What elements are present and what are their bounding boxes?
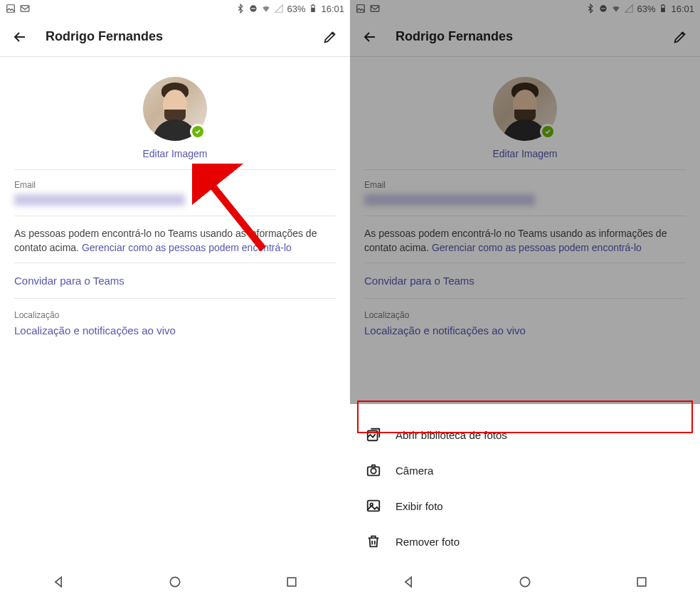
svg-rect-1 [21,6,29,11]
nav-back-icon[interactable] [401,575,415,589]
bluetooth-icon [235,4,245,14]
phone-left: 63% 16:01 Rodrigo Fernandes Editar Image… [0,0,350,599]
image-icon [366,498,381,514]
picture-icon [6,4,16,14]
svg-rect-22 [637,578,646,586]
photo-actions-sheet: Abrir biblioteca de fotos Câmera Exibir … [350,404,700,565]
page-title: Rodrigo Fernandes [46,29,322,44]
invite-teams-link[interactable]: Convidar para o Teams [14,263,336,299]
svg-rect-8 [287,578,296,586]
edit-button[interactable] [322,28,339,46]
avatar-section: Editar Imagem [14,57,336,170]
android-nav-bar [350,565,700,599]
phone-right: 63% 16:01 Rodrigo Fernandes Editar Image… [350,0,700,599]
profile-content: Editar Imagem Email As pessoas podem enc… [0,57,350,599]
toolbar: Rodrigo Fernandes [0,17,350,57]
contact-help-text: As pessoas podem encontrá-lo no Teams us… [14,216,336,263]
svg-point-7 [170,577,179,586]
android-nav-bar [0,565,350,599]
signal-icon [274,4,284,14]
email-block: Email [14,170,336,216]
svg-rect-5 [312,8,315,12]
nav-home-icon[interactable] [518,575,532,589]
nav-recent-icon[interactable] [635,575,649,589]
sheet-open-library[interactable]: Abrir biblioteca de fotos [350,417,700,452]
manage-discovery-link[interactable]: Gerenciar como as pessoas podem encontrá… [82,242,292,253]
dnd-icon [248,4,258,14]
back-button[interactable] [11,28,28,46]
status-bar: 63% 16:01 [0,0,350,17]
location-link[interactable]: Localização e notificações ao vivo [14,320,336,348]
avatar[interactable] [143,77,207,141]
clock-time: 16:01 [321,4,344,14]
wifi-icon [261,4,271,14]
svg-rect-6 [312,4,314,5]
svg-rect-3 [252,8,256,9]
svg-point-18 [371,468,376,473]
battery-pct: 63% [287,4,305,14]
email-label: Email [14,180,336,190]
battery-icon [308,4,318,14]
svg-point-21 [520,577,529,586]
trash-icon [366,534,381,549]
nav-recent-icon[interactable] [285,575,299,589]
nav-home-icon[interactable] [168,575,182,589]
nav-back-icon[interactable] [51,575,65,589]
edit-image-link[interactable]: Editar Imagem [142,148,207,159]
sheet-view-photo[interactable]: Exibir foto [350,488,700,524]
photo-library-icon [366,427,381,442]
camera-icon [366,462,381,478]
mail-icon [20,4,30,14]
sheet-camera[interactable]: Câmera [350,452,700,488]
email-value-blurred [14,194,185,206]
sheet-remove-photo[interactable]: Remover foto [350,524,700,559]
svg-rect-0 [7,5,15,13]
location-label: Localização [14,299,336,320]
svg-rect-19 [368,501,380,511]
presence-available-icon [190,124,206,139]
